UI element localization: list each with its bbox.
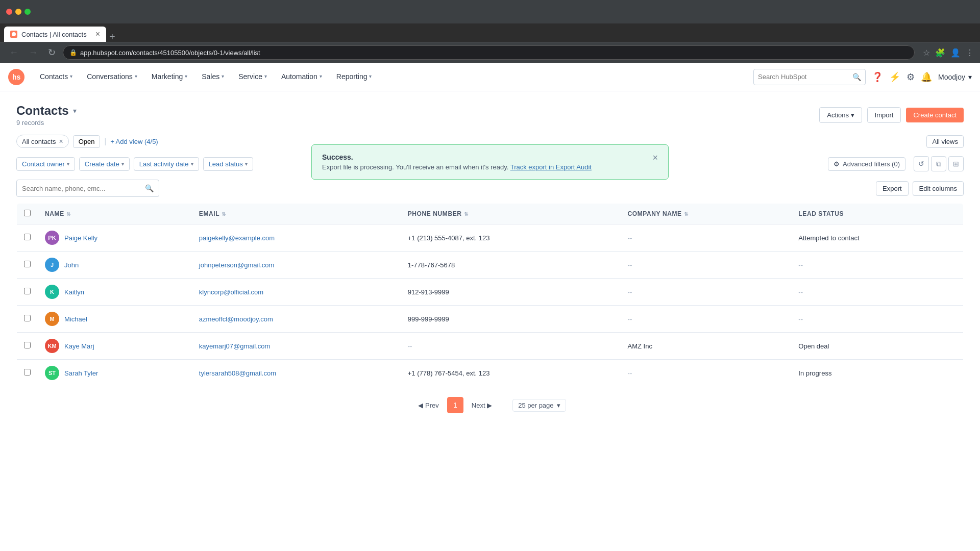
view-close-icon[interactable]: × <box>59 137 63 145</box>
contact-name-link[interactable]: Sarah Tyler <box>64 369 98 377</box>
user-menu[interactable]: Moodjoy ▾ <box>938 73 972 81</box>
window-close-button[interactable] <box>6 9 12 15</box>
active-tab[interactable]: Contacts | All contacts × <box>4 27 106 42</box>
nav-reporting[interactable]: Reporting ▾ <box>329 63 379 91</box>
window-maximize-button[interactable] <box>24 9 31 15</box>
profile-icon[interactable]: 👤 <box>950 48 961 58</box>
table-search-icon[interactable]: 🔍 <box>145 184 154 192</box>
contact-name-link[interactable]: Paige Kelly <box>64 234 97 242</box>
global-search-input[interactable] <box>758 73 849 81</box>
new-tab-button[interactable]: + <box>109 32 115 42</box>
select-all-checkbox[interactable] <box>24 210 31 216</box>
success-toast: Success. Export file is processing. You'… <box>311 144 669 180</box>
copy-button[interactable]: ⧉ <box>931 156 946 171</box>
toast-link[interactable]: Track export in Export Audit <box>510 163 592 171</box>
create-contact-button[interactable]: Create contact <box>906 108 964 122</box>
export-button[interactable]: Export <box>876 181 909 196</box>
toast-close-button[interactable]: × <box>652 153 658 162</box>
prev-page-button[interactable]: ◀ Prev <box>414 399 443 411</box>
row-phone-cell: 1-778-767-5678 <box>401 252 621 279</box>
contact-name-link[interactable]: Kaitlyn <box>64 288 84 296</box>
th-email[interactable]: EMAIL ⇅ <box>192 204 401 224</box>
top-nav: hs Contacts ▾ Conversations ▾ Marketing … <box>0 63 980 91</box>
contact-email-link[interactable]: johnpeterson@gmail.com <box>199 261 275 269</box>
actions-button[interactable]: Actions ▾ <box>819 107 862 123</box>
app-container: hs Contacts ▾ Conversations ▾ Marketing … <box>0 63 980 551</box>
import-button[interactable]: Import <box>867 107 901 123</box>
th-company[interactable]: COMPANY NAME ⇅ <box>621 204 792 224</box>
contact-avatar: ST <box>45 366 59 380</box>
nav-conversations[interactable]: Conversations ▾ <box>80 63 144 91</box>
hubspot-logo[interactable]: hs <box>8 69 24 85</box>
row-checkbox[interactable] <box>24 261 31 267</box>
contact-email-link[interactable]: azmeoffcl@moodjoy.com <box>199 315 273 323</box>
row-checkbox-cell[interactable] <box>17 360 38 387</box>
address-bar[interactable]: 🔒 app.hubspot.com/contacts/45105500/obje… <box>63 45 915 60</box>
tab-close-button[interactable]: × <box>95 30 100 38</box>
bookmark-icon[interactable]: ☆ <box>923 48 930 58</box>
apps-icon[interactable]: ⚡ <box>889 71 900 83</box>
row-checkbox-cell[interactable] <box>17 252 38 279</box>
page-title-row: Contacts ▾ <box>16 104 77 118</box>
add-view-button[interactable]: + Add view (4/5) <box>110 138 158 145</box>
undo-button[interactable]: ↺ <box>914 156 929 171</box>
row-checkbox[interactable] <box>24 315 31 321</box>
edit-columns-button[interactable]: Edit columns <box>913 181 964 196</box>
row-checkbox[interactable] <box>24 342 31 348</box>
row-checkbox-cell[interactable] <box>17 224 38 252</box>
row-company-cell: -- <box>621 252 792 279</box>
th-name[interactable]: NAME ⇅ <box>38 204 192 224</box>
th-lead-status[interactable]: LEAD STATUS <box>791 204 963 224</box>
last-activity-filter[interactable]: Last activity date ▾ <box>134 157 199 171</box>
create-date-filter[interactable]: Create date ▾ <box>79 157 130 171</box>
contact-email-link[interactable]: klyncorp@official.com <box>199 288 263 296</box>
row-checkbox-cell[interactable] <box>17 279 38 306</box>
nav-automation[interactable]: Automation ▾ <box>274 63 329 91</box>
help-icon[interactable]: ❓ <box>872 71 883 83</box>
row-checkbox-cell[interactable] <box>17 333 38 360</box>
extensions-icon[interactable]: 🧩 <box>935 48 945 58</box>
contact-email-link[interactable]: tylersarah508@gmail.com <box>199 369 276 377</box>
reload-button[interactable]: ↻ <box>45 46 59 59</box>
nav-service[interactable]: Service ▾ <box>231 63 274 91</box>
window-controls[interactable] <box>6 9 31 15</box>
table-search-box[interactable]: 🔍 <box>16 180 159 197</box>
nav-marketing[interactable]: Marketing ▾ <box>144 63 194 91</box>
nav-contacts[interactable]: Contacts ▾ <box>33 63 80 91</box>
next-page-button[interactable]: Next ▶ <box>468 399 496 411</box>
contact-name-link[interactable]: John <box>64 261 79 269</box>
settings-icon[interactable]: ⚙ <box>906 71 915 83</box>
page-title-caret-icon[interactable]: ▾ <box>73 107 77 115</box>
contact-email-link[interactable]: paigekelly@example.com <box>199 234 275 242</box>
contact-owner-filter[interactable]: Contact owner ▾ <box>16 157 75 171</box>
open-view-button[interactable]: Open <box>73 135 101 148</box>
browser-menu-icon[interactable]: ⋮ <box>966 48 974 58</box>
row-checkbox[interactable] <box>24 288 31 294</box>
row-checkbox[interactable] <box>24 369 31 375</box>
contact-email-link[interactable]: kayemarj07@gmail.com <box>199 342 271 350</box>
svg-point-0 <box>12 32 16 36</box>
notifications-icon[interactable]: 🔔 <box>921 71 932 83</box>
actions-chevron-icon: ▾ <box>851 111 854 119</box>
table-search-input[interactable] <box>22 185 141 192</box>
forward-button[interactable]: → <box>26 46 41 59</box>
th-phone[interactable]: PHONE NUMBER ⇅ <box>401 204 621 224</box>
all-views-button[interactable]: All views <box>926 135 964 148</box>
contact-name-link[interactable]: Michael <box>64 315 87 323</box>
row-company-cell: AMZ Inc <box>621 333 792 360</box>
layout-button[interactable]: ⊞ <box>948 156 964 171</box>
back-button[interactable]: ← <box>6 46 21 59</box>
row-checkbox[interactable] <box>24 234 31 240</box>
page-1-button[interactable]: 1 <box>447 397 463 413</box>
window-minimize-button[interactable] <box>15 9 21 15</box>
advanced-filters-button[interactable]: ⚙ Advanced filters (0) <box>828 157 905 171</box>
lead-status-filter[interactable]: Lead status ▾ <box>203 157 253 171</box>
th-select-all[interactable] <box>17 204 38 224</box>
per-page-selector[interactable]: 25 per page ▾ <box>512 399 566 412</box>
row-checkbox-cell[interactable] <box>17 306 38 333</box>
global-search-box[interactable]: 🔍 <box>753 69 866 85</box>
nav-sales[interactable]: Sales ▾ <box>194 63 231 91</box>
current-view-label: All contacts <box>22 138 56 145</box>
contact-name-link[interactable]: Kaye Marj <box>64 342 94 350</box>
prev-arrow-icon: ◀ <box>418 402 423 409</box>
